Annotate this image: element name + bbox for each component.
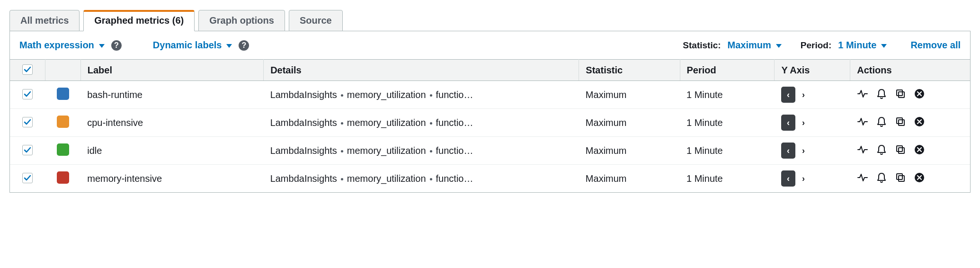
pulse-icon[interactable] bbox=[857, 144, 868, 155]
toolbar: Math expression ? Dynamic labels ? Stati… bbox=[10, 31, 970, 59]
svg-rect-9 bbox=[899, 176, 904, 181]
chevron-down-icon bbox=[879, 40, 887, 51]
row-checkbox[interactable] bbox=[22, 173, 33, 183]
pulse-icon[interactable] bbox=[857, 88, 868, 99]
copy-icon[interactable] bbox=[895, 172, 906, 183]
metric-details: LambdaInsightsmemory_utilizationfunctio… bbox=[264, 165, 579, 193]
yaxis-left-button[interactable]: ‹ bbox=[781, 143, 795, 159]
svg-rect-4 bbox=[897, 118, 902, 124]
yaxis-right-button[interactable]: › bbox=[796, 115, 811, 131]
header-yaxis: Y Axis bbox=[775, 60, 850, 81]
header-actions: Actions bbox=[850, 60, 970, 81]
copy-icon[interactable] bbox=[895, 144, 906, 155]
bell-icon[interactable] bbox=[876, 172, 887, 183]
metric-label[interactable]: cpu-intensive bbox=[80, 109, 263, 137]
header-checkbox-cell bbox=[10, 60, 45, 81]
metric-period[interactable]: 1 Minute bbox=[680, 165, 775, 193]
tab-source[interactable]: Source bbox=[289, 10, 343, 31]
metric-label[interactable]: idle bbox=[80, 137, 263, 165]
svg-rect-7 bbox=[897, 146, 902, 152]
svg-rect-10 bbox=[897, 174, 902, 179]
row-actions bbox=[857, 88, 925, 99]
row-actions bbox=[857, 172, 925, 183]
header-statistic: Statistic bbox=[579, 60, 680, 81]
color-swatch[interactable] bbox=[57, 143, 69, 156]
metric-details: LambdaInsightsmemory_utilizationfunctio… bbox=[264, 109, 579, 137]
metric-period[interactable]: 1 Minute bbox=[680, 81, 775, 109]
metric-label[interactable]: memory-intensive bbox=[80, 165, 263, 193]
yaxis-left-button[interactable]: ‹ bbox=[781, 115, 795, 131]
bell-icon[interactable] bbox=[876, 116, 887, 127]
svg-rect-6 bbox=[899, 148, 904, 153]
tabs-bar: All metrics Graphed metrics (6) Graph op… bbox=[9, 9, 971, 31]
yaxis-toggle: ‹› bbox=[781, 87, 811, 103]
svg-rect-0 bbox=[899, 92, 904, 98]
period-dropdown[interactable]: 1 Minute bbox=[838, 40, 887, 51]
dynamic-labels-label: Dynamic labels bbox=[153, 40, 222, 51]
metric-statistic[interactable]: Maximum bbox=[579, 165, 680, 193]
table-row: cpu-intensiveLambdaInsightsmemory_utiliz… bbox=[10, 109, 970, 137]
metric-details: LambdaInsightsmemory_utilizationfunctio… bbox=[264, 81, 579, 109]
graphed-metrics-panel: Math expression ? Dynamic labels ? Stati… bbox=[9, 31, 971, 193]
remove-icon[interactable] bbox=[914, 172, 925, 183]
dynamic-labels-dropdown[interactable]: Dynamic labels bbox=[153, 40, 232, 51]
row-actions bbox=[857, 116, 925, 127]
metric-statistic[interactable]: Maximum bbox=[579, 81, 680, 109]
color-swatch[interactable] bbox=[57, 88, 69, 100]
yaxis-right-button[interactable]: › bbox=[796, 170, 811, 187]
tab-graph-options[interactable]: Graph options bbox=[198, 10, 285, 31]
chevron-down-icon bbox=[97, 40, 105, 51]
metric-period[interactable]: 1 Minute bbox=[680, 137, 775, 165]
yaxis-toggle: ‹› bbox=[781, 115, 811, 131]
header-label: Label bbox=[80, 60, 263, 81]
statistic-value: Maximum bbox=[728, 40, 771, 51]
svg-rect-1 bbox=[897, 90, 902, 96]
chevron-down-icon bbox=[224, 40, 232, 51]
select-all-checkbox[interactable] bbox=[22, 64, 33, 75]
metric-period[interactable]: 1 Minute bbox=[680, 109, 775, 137]
yaxis-toggle: ‹› bbox=[781, 143, 811, 159]
statistic-dropdown[interactable]: Maximum bbox=[728, 40, 782, 51]
header-swatch bbox=[45, 60, 81, 81]
copy-icon[interactable] bbox=[895, 116, 906, 127]
metric-label[interactable]: bash-runtime bbox=[80, 81, 263, 109]
metric-statistic[interactable]: Maximum bbox=[579, 109, 680, 137]
period-label: Period: bbox=[801, 40, 831, 51]
remove-all-button[interactable]: Remove all bbox=[910, 40, 961, 51]
bell-icon[interactable] bbox=[876, 88, 887, 99]
tab-graphed-metrics[interactable]: Graphed metrics (6) bbox=[83, 10, 195, 31]
yaxis-toggle: ‹› bbox=[781, 170, 811, 187]
yaxis-left-button[interactable]: ‹ bbox=[781, 87, 795, 103]
yaxis-right-button[interactable]: › bbox=[796, 143, 811, 159]
pulse-icon[interactable] bbox=[857, 172, 868, 183]
row-checkbox[interactable] bbox=[22, 89, 33, 99]
help-icon[interactable]: ? bbox=[111, 40, 122, 51]
yaxis-left-button[interactable]: ‹ bbox=[781, 170, 795, 187]
math-expression-label: Math expression bbox=[19, 40, 94, 51]
metrics-table: Label Details Statistic Period Y Axis Ac… bbox=[10, 59, 970, 192]
header-period: Period bbox=[680, 60, 775, 81]
header-details: Details bbox=[264, 60, 579, 81]
bell-icon[interactable] bbox=[876, 144, 887, 155]
math-expression-dropdown[interactable]: Math expression bbox=[19, 40, 105, 51]
pulse-icon[interactable] bbox=[857, 116, 868, 127]
table-row: idleLambdaInsightsmemory_utilizationfunc… bbox=[10, 137, 970, 165]
metric-statistic[interactable]: Maximum bbox=[579, 137, 680, 165]
tab-all-metrics[interactable]: All metrics bbox=[9, 10, 80, 31]
chevron-down-icon bbox=[774, 40, 782, 51]
svg-rect-3 bbox=[899, 120, 904, 125]
color-swatch[interactable] bbox=[57, 116, 69, 128]
row-checkbox[interactable] bbox=[22, 117, 33, 127]
help-icon[interactable]: ? bbox=[239, 40, 249, 51]
table-row: bash-runtimeLambdaInsightsmemory_utiliza… bbox=[10, 81, 970, 109]
statistic-label: Statistic: bbox=[683, 40, 721, 51]
row-checkbox[interactable] bbox=[22, 145, 33, 155]
remove-icon[interactable] bbox=[914, 88, 925, 99]
yaxis-right-button[interactable]: › bbox=[796, 87, 811, 103]
remove-icon[interactable] bbox=[914, 144, 925, 155]
metric-details: LambdaInsightsmemory_utilizationfunctio… bbox=[264, 137, 579, 165]
remove-icon[interactable] bbox=[914, 116, 925, 127]
row-actions bbox=[857, 144, 925, 155]
copy-icon[interactable] bbox=[895, 88, 906, 99]
color-swatch[interactable] bbox=[57, 171, 69, 184]
